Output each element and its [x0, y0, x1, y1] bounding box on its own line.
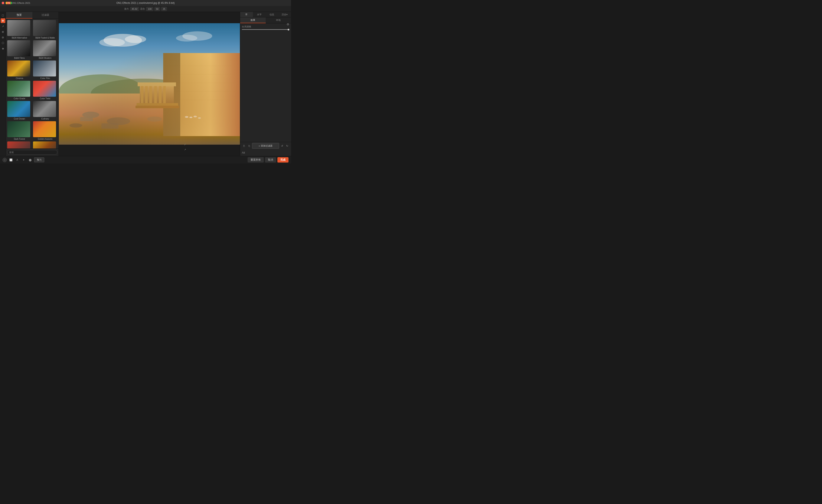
- svg-point-1: [103, 34, 142, 47]
- svg-rect-16: [140, 85, 174, 104]
- svg-rect-30: [80, 117, 93, 121]
- preview-button[interactable]: 预习: [34, 157, 44, 162]
- preset-extra2[interactable]: Portrait: [33, 141, 57, 148]
- tab-horizontal[interactable]: 水平: [253, 12, 266, 17]
- app-name: ON1 Effects 2021: [12, 2, 30, 4]
- preset-bw-alt[interactable]: B&W Alternative: [7, 20, 32, 39]
- search-input[interactable]: [7, 150, 57, 155]
- preset-golden-autumn[interactable]: Golden Autumn: [33, 121, 57, 140]
- right-panel-tabs: 不 水平 信息 历史▾: [240, 12, 291, 17]
- svg-point-35: [198, 117, 201, 119]
- preset-thumb-color-film: [33, 60, 56, 76]
- add-filter-button[interactable]: + 添加过滤器: [252, 143, 279, 149]
- frame-icon[interactable]: ⬜: [9, 158, 13, 162]
- tab-no[interactable]: 不: [240, 12, 253, 17]
- svg-point-26: [82, 112, 99, 118]
- copy-filter-icon[interactable]: ⎘: [242, 144, 246, 148]
- filter-global-label: 全局调整: [242, 25, 289, 28]
- filter-slider[interactable]: [242, 29, 289, 30]
- tool-zoom[interactable]: ⊕: [1, 29, 5, 34]
- preset-thumb-culinary: [33, 101, 56, 117]
- expand-icon[interactable]: ⤢: [183, 142, 187, 146]
- tool-mask[interactable]: ⬡: [1, 40, 5, 45]
- redo-filter-icon[interactable]: ↻: [285, 144, 289, 148]
- preset-color-film[interactable]: Color Film: [33, 60, 57, 79]
- undo-filter-icon[interactable]: ↺: [280, 144, 284, 148]
- svg-point-2: [99, 38, 125, 47]
- paste-filter-icon[interactable]: ⎗: [247, 144, 251, 148]
- tool-select[interactable]: ◻: [1, 13, 5, 17]
- reset-all-button[interactable]: 重置所有: [248, 157, 264, 162]
- right-panel-subtabs: 效果 本地: [240, 17, 291, 23]
- svg-rect-21: [154, 86, 157, 103]
- preset-label-culinary: Culinary: [33, 118, 57, 120]
- tab-history[interactable]: 历史▾: [278, 12, 291, 17]
- preset-extra1[interactable]: Landscape: [7, 141, 32, 148]
- preset-thumb-bw-modern: [33, 40, 56, 56]
- preset-dark-forest[interactable]: Dark Forest: [7, 121, 32, 140]
- right-side-icons: ⤢ ↗: [183, 142, 187, 152]
- svg-point-27: [107, 117, 130, 125]
- mask-icon[interactable]: ⬤: [28, 158, 32, 162]
- svg-point-3: [125, 35, 146, 43]
- svg-rect-22: [159, 86, 161, 103]
- tab-filters[interactable]: 过滤器: [32, 12, 59, 19]
- text-icon[interactable]: A: [15, 158, 20, 162]
- filter-controls: 全局调整: [240, 23, 291, 142]
- effects-icon[interactable]: ✦: [21, 158, 26, 162]
- preset-thumb-color-grade: [7, 81, 30, 97]
- preset-bw-films[interactable]: B&W Films: [7, 40, 32, 59]
- tool-retouch[interactable]: ⊛: [1, 35, 5, 40]
- settings-gear-icon[interactable]: ⚙: [287, 23, 289, 26]
- svg-point-29: [147, 116, 162, 122]
- preset-bw-modern[interactable]: B&W Modern: [33, 40, 57, 59]
- tool-crop[interactable]: ↗: [1, 24, 5, 29]
- subtab-effects[interactable]: 效果: [240, 17, 266, 23]
- preset-cool-ocean[interactable]: Cool Ocean: [7, 101, 32, 120]
- preset-color-grade[interactable]: Color Grade: [7, 81, 32, 100]
- scene-svg: [59, 23, 240, 145]
- preset-thumb-color-twist: [33, 81, 56, 97]
- svg-point-34: [193, 116, 197, 117]
- preset-thumb-extra1: [7, 141, 30, 148]
- subtab-local[interactable]: 本地: [266, 17, 291, 23]
- zoom-50[interactable]: 50: [154, 7, 160, 11]
- svg-point-28: [69, 123, 82, 128]
- tab-info[interactable]: 信息: [266, 12, 279, 17]
- svg-rect-23: [163, 86, 166, 103]
- zoombar: 放大 45.92 适合 100 50 25: [0, 6, 291, 12]
- preset-culinary[interactable]: Culinary: [33, 101, 57, 120]
- main-area: ◻ ✥ ↗ ⊕ ⊛ ⬡ ◈ 预置 过滤器 B&W Alternative B&W…: [0, 12, 291, 156]
- tool-gradient[interactable]: ◈: [1, 46, 5, 51]
- tab-presets[interactable]: 预置: [6, 12, 32, 19]
- tool-move[interactable]: ✥: [1, 18, 5, 23]
- zoom-100[interactable]: 100: [146, 7, 153, 11]
- preset-color-twist[interactable]: Color Twist: [33, 81, 57, 100]
- zoom-25[interactable]: 25: [161, 7, 167, 11]
- done-button[interactable]: 完成: [278, 157, 289, 162]
- zoom-value[interactable]: 45.92: [130, 7, 139, 11]
- close-button[interactable]: [2, 2, 4, 4]
- svg-rect-25: [135, 106, 179, 108]
- att-label: Att: [240, 149, 291, 156]
- right-panel: 不 水平 信息 历史▾ ⚙ 效果 本地 全局调整 ⎘ ⎗: [240, 12, 291, 156]
- svg-rect-9: [163, 53, 240, 136]
- preset-cinema[interactable]: Cinema: [7, 60, 32, 79]
- canvas-area: ⤢ ↗: [59, 12, 240, 156]
- app-icon: FX ON1 Effects 2021: [7, 2, 30, 4]
- svg-rect-0: [59, 23, 240, 98]
- fit-label[interactable]: 适合: [140, 7, 145, 10]
- cancel-button[interactable]: 取消: [265, 157, 276, 162]
- panel-tabs: 预置 过滤器: [6, 12, 59, 19]
- circle-control[interactable]: ○: [3, 158, 7, 162]
- fx-badge: FX: [7, 2, 11, 4]
- export-icon[interactable]: ↗: [183, 147, 187, 152]
- svg-rect-24: [136, 103, 178, 106]
- preset-thumb-bw-alt: [7, 20, 30, 36]
- svg-point-6: [59, 74, 144, 108]
- preset-label-bw-faded: B&W Faded & Matte: [33, 37, 57, 39]
- preset-label-cool-ocean: Cool Ocean: [7, 118, 32, 120]
- preset-thumb-dark-forest: [7, 121, 30, 137]
- preset-thumb-cinema: [7, 60, 30, 76]
- preset-bw-faded[interactable]: B&W Faded & Matte: [33, 20, 57, 39]
